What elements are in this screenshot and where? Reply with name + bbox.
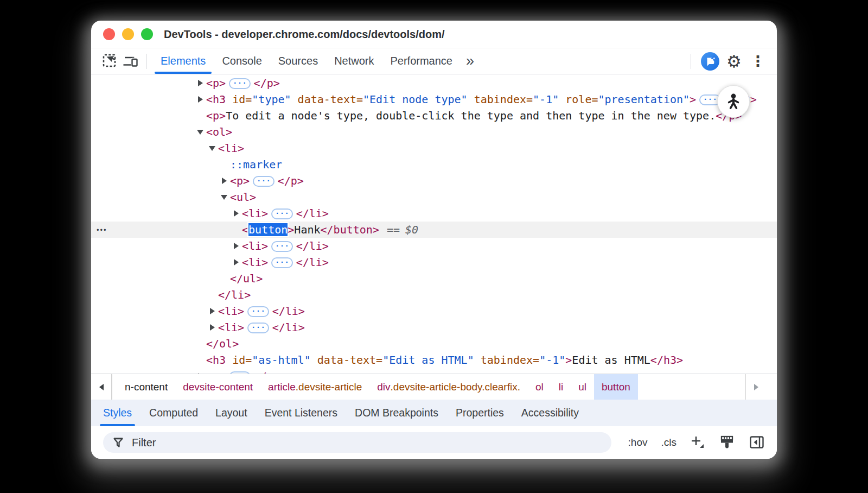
inline-ellipsis-icon[interactable]: ··· (271, 257, 292, 268)
arrow-spacer (197, 352, 206, 368)
expand-arrow-icon[interactable] (197, 91, 206, 108)
dom-tree-row[interactable]: </ul> (91, 270, 777, 287)
expand-arrow-icon[interactable] (197, 75, 206, 91)
inline-ellipsis-icon[interactable]: ··· (253, 176, 274, 187)
sidebar-tab-computed[interactable]: Computed (141, 400, 207, 426)
breadcrumb: n-contentdevsite-contentarticle.devsite-… (117, 374, 638, 400)
filter-placeholder: Filter (132, 437, 156, 449)
breadcrumb-item[interactable]: div.devsite-article-body.clearfix. (369, 374, 528, 400)
gear-icon: ⚙ (726, 52, 742, 71)
sidebar-tab-dom-breakpoints[interactable]: DOM Breakpoints (346, 400, 447, 426)
customize-menu-button[interactable]: ⋮ (748, 51, 768, 72)
dom-tree: <p>···</p><h3 id="type" data-text="Edit … (91, 74, 777, 374)
dom-tree-row[interactable]: ::marker (91, 156, 777, 173)
expand-arrow-icon[interactable] (197, 124, 206, 140)
inline-ellipsis-icon[interactable]: ··· (271, 241, 292, 252)
expand-arrow-icon[interactable] (209, 140, 218, 156)
rendering-brush-button[interactable] (719, 434, 735, 451)
toggle-element-state-button[interactable]: :hov (628, 437, 648, 448)
device-toolbar-button[interactable] (120, 51, 141, 72)
dom-tree-row[interactable]: </li> (91, 287, 777, 303)
dom-tree-row[interactable]: <h3 id="type" data-text="Edit node type"… (91, 91, 777, 108)
inline-ellipsis-icon[interactable]: ··· (247, 323, 269, 333)
dom-tree-row[interactable]: <li> (91, 140, 777, 156)
arrow-spacer (197, 108, 206, 124)
breadcrumb-item[interactable]: li (551, 374, 571, 400)
breadcrumb-item[interactable]: ol (528, 374, 551, 400)
code-token: <ul> (230, 191, 256, 204)
breadcrumb-item[interactable]: devsite-content (175, 374, 260, 400)
breadcrumb-item[interactable]: n-content (117, 374, 175, 400)
code-token: <ol> (206, 125, 232, 138)
breadcrumb-item-selected[interactable]: button (594, 374, 638, 400)
expand-arrow-icon[interactable] (233, 238, 242, 254)
close-button[interactable] (103, 28, 115, 40)
breadcrumb-item[interactable]: article.devsite-article (260, 374, 369, 400)
breadcrumb-item[interactable]: ul (571, 374, 594, 400)
tab-sources[interactable]: Sources (270, 48, 326, 74)
sidebar-tab-bar: StylesComputedLayoutEvent ListenersDOM B… (91, 400, 777, 426)
code-token: > (690, 93, 696, 106)
dom-tree-row[interactable]: <p>···</p> (91, 75, 777, 91)
breadcrumb-part: li (559, 381, 563, 393)
expand-arrow-icon[interactable] (233, 254, 242, 270)
dom-tree-row[interactable]: <li>···</li> (91, 254, 777, 270)
breadcrumb-scroll-left-button[interactable] (91, 374, 112, 400)
expand-arrow-icon[interactable] (221, 173, 230, 189)
dom-tree-row[interactable]: <p>···</p> (91, 368, 777, 374)
styles-toolbar-right: :hov .cls (628, 434, 765, 451)
editing-tag-name-field[interactable]: button (247, 222, 289, 237)
sidebar-tab-event-listeners[interactable]: Event Listeners (256, 400, 346, 426)
styles-filter-input[interactable]: Filter (103, 432, 611, 453)
dom-tree-row[interactable]: <p>···</p> (91, 173, 777, 189)
sidebar-tab-styles[interactable]: Styles (94, 400, 141, 426)
sidebar-tab-layout[interactable]: Layout (207, 400, 256, 426)
dom-tree-row[interactable]: <p>To edit a node's type, double-click t… (91, 108, 777, 124)
dom-tree-row[interactable]: <ul> (91, 189, 777, 205)
expand-arrow-icon[interactable] (221, 189, 230, 205)
dom-tree-row[interactable]: </ol> (91, 336, 777, 352)
breadcrumb-part: .devsite-article-body.clearfix. (391, 381, 520, 393)
ai-assistance-button[interactable] (700, 51, 720, 72)
accessibility-overlay-button[interactable] (717, 85, 750, 118)
dom-tree-row[interactable]: <li>···</li> (91, 303, 777, 319)
dom-tree-row[interactable]: <h3 id="as-html" data-text="Edit as HTML… (91, 352, 777, 368)
toggle-sidebar-button[interactable] (749, 434, 765, 451)
row-options-dots-icon[interactable]: ••• (97, 222, 107, 238)
dom-tree-row[interactable]: <ol> (91, 124, 777, 140)
code-token: id= (226, 93, 252, 106)
minimize-button[interactable] (122, 28, 134, 40)
dom-tree-row[interactable]: <li>···</li> (91, 205, 777, 222)
code-token: <li> (242, 239, 268, 252)
inline-ellipsis-icon[interactable]: ··· (247, 306, 269, 317)
new-style-rule-button[interactable] (690, 435, 705, 450)
expand-arrow-icon[interactable] (209, 319, 218, 336)
inspect-element-button[interactable] (100, 51, 120, 72)
inline-ellipsis-icon[interactable]: ··· (271, 208, 292, 219)
code-token: To edit a node's type, double-click the … (226, 109, 716, 122)
sidebar-tab-properties[interactable]: Properties (447, 400, 513, 426)
arrow-spacer (221, 156, 230, 173)
expand-arrow-icon[interactable] (233, 205, 242, 222)
code-token: <li> (242, 207, 268, 220)
tab-network[interactable]: Network (326, 48, 382, 74)
tab-performance[interactable]: Performance (382, 48, 461, 74)
sidebar-tab-accessibility[interactable]: Accessibility (513, 400, 588, 426)
code-token: </li> (218, 288, 251, 301)
more-tabs-button[interactable]: » (461, 53, 480, 69)
element-classes-button[interactable]: .cls (661, 437, 677, 448)
inline-ellipsis-icon[interactable]: ··· (229, 78, 250, 89)
dom-tree-row[interactable]: <li>···</li> (91, 238, 777, 254)
tab-elements[interactable]: Elements (152, 48, 214, 74)
settings-button[interactable]: ⚙ (724, 51, 744, 72)
dom-tree-row[interactable]: <li>···</li> (91, 319, 777, 336)
devtools-window: DevTools - developer.chrome.com/docs/dev… (91, 21, 777, 459)
window-title: DevTools - developer.chrome.com/docs/dev… (164, 28, 445, 41)
tab-console[interactable]: Console (214, 48, 270, 74)
ai-assistance-icon (701, 52, 719, 71)
dom-tree-row-selected[interactable]: •••<button>Hank</button>==$0 (91, 222, 777, 238)
expand-arrow-icon[interactable] (209, 303, 218, 319)
expand-arrow-icon[interactable] (197, 368, 206, 374)
breadcrumb-scroll-right-button[interactable] (745, 374, 766, 400)
zoom-button[interactable] (141, 28, 153, 40)
